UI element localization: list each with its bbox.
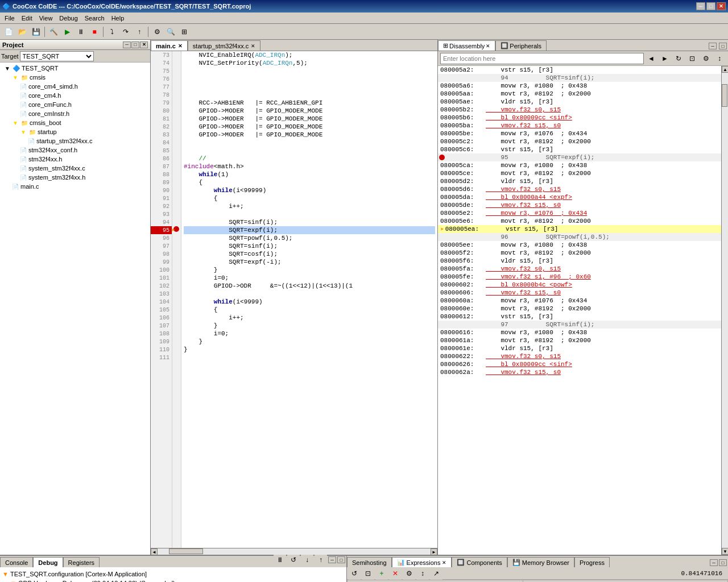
debug-btn3[interactable]: ↓ <box>301 554 313 566</box>
expr-panel-maximize[interactable]: □ <box>719 559 727 566</box>
close-button[interactable]: ✕ <box>717 2 726 10</box>
expr-btn1[interactable]: ↺ <box>348 567 361 580</box>
menu-search[interactable]: Search <box>81 14 108 23</box>
disasm-refresh-button[interactable]: ↻ <box>672 52 685 65</box>
debug-btn4[interactable]: ↑ <box>315 554 327 566</box>
tree-item-core-cminstr[interactable]: 📄 core_cmInstr.h <box>1 109 149 118</box>
location-input[interactable] <box>440 53 644 64</box>
tree-item-stm32-conf[interactable]: 📄 stm32f4xx_conf.h <box>1 146 149 155</box>
expr-btn5[interactable]: ↗ <box>430 567 442 580</box>
open-button[interactable]: 📂 <box>16 26 28 38</box>
new-button[interactable]: 📄 <box>2 26 15 38</box>
tree-item-system-h[interactable]: 📄 system_stm32f4xx.h <box>1 173 149 182</box>
tab-close-disasm[interactable]: ✕ <box>486 43 490 49</box>
tab-close-expressions[interactable]: ✕ <box>442 560 446 566</box>
tab-peripherals[interactable]: 🔲 Peripherals <box>495 40 547 51</box>
disasm-forward-button[interactable]: ► <box>659 52 671 65</box>
step-over-button[interactable]: ↷ <box>119 26 132 38</box>
tab-registers[interactable]: Registers <box>63 557 100 567</box>
debug-btn2[interactable]: ↺ <box>287 554 300 566</box>
save-button[interactable]: 💾 <box>30 26 42 38</box>
tree-item-core-cm4[interactable]: 📄 core_cm4.h <box>1 91 149 100</box>
toolbar-btn-extra2[interactable]: 🔍 <box>164 26 177 38</box>
disasm-vscrollbar[interactable]: ▲ ▼ <box>721 66 728 555</box>
tab-debug[interactable]: Debug <box>33 557 63 567</box>
tree-item-test-sqrt[interactable]: ▼ 🔷 TEST_SQRT <box>1 64 149 73</box>
toolbar-btn-extra1[interactable]: ⚙ <box>151 26 163 38</box>
tree-item-core-cmfunc[interactable]: 📄 core_cmFunc.h <box>1 100 149 109</box>
panel-close-button[interactable]: ✕ <box>140 41 148 48</box>
code-line-84 <box>184 139 435 147</box>
menu-edit[interactable]: Edit <box>18 14 36 23</box>
tab-memory-browser[interactable]: 💾 Memory Browser <box>507 557 574 567</box>
maximize-button[interactable]: □ <box>706 2 715 10</box>
toolbar-btn-extra3[interactable]: ⊞ <box>178 26 191 38</box>
expr-panel-minimize[interactable]: ─ <box>710 559 718 566</box>
step-out-button[interactable]: ↑ <box>133 26 146 38</box>
menu-debug[interactable]: Debug <box>56 14 81 23</box>
tree-item-startup[interactable]: ▼ 📁 startup <box>1 127 149 136</box>
scroll-down-button[interactable]: ▼ <box>722 548 728 555</box>
expr-btn-remove[interactable]: ✕ <box>389 567 402 580</box>
tree-item-core-cm4-simd[interactable]: 📄 core_cm4_simd.h <box>1 82 149 91</box>
tab-progress[interactable]: Progress <box>574 557 610 567</box>
tab-console[interactable]: Console <box>0 557 33 567</box>
scroll-thumb[interactable] <box>722 84 727 107</box>
line-num-90: 90 <box>151 186 172 194</box>
tab-semihosting[interactable]: Semihosting <box>347 557 392 567</box>
panel-maximize-button[interactable]: □ <box>131 41 139 48</box>
disasm-addr: 080005f6: <box>440 257 486 264</box>
disasm-content[interactable]: 080005a2: vstr s15, [r3] 94 SQRT=sinf(i)… <box>438 66 721 555</box>
expr-btn-add[interactable]: + <box>375 567 388 580</box>
target-select[interactable]: TEST_SQRT <box>20 51 94 61</box>
tree-item-system-c[interactable]: 📄 system_stm32f4xx.c <box>1 164 149 173</box>
menu-file[interactable]: File <box>1 14 18 23</box>
minimize-button[interactable]: ─ <box>696 2 705 10</box>
code-content[interactable]: NVIC_EnableIRQ(ADC_IRQn); NVIC_SetPriori… <box>181 51 437 548</box>
disasm-nav-button[interactable]: ↕ <box>713 52 726 65</box>
tree-item-cmsis[interactable]: ▼ 📁 cmsis <box>1 73 149 82</box>
disasm-settings-button[interactable]: ⚙ <box>700 52 712 65</box>
line-num-85: 85 <box>151 147 172 155</box>
tree-item-main-c[interactable]: 📄 main.c <box>1 182 149 191</box>
tab-components[interactable]: 🔲 Components <box>452 557 507 567</box>
debug-panel-maximize[interactable]: □ <box>337 556 345 563</box>
code-editor[interactable]: 73 74 75 76 77 78 79 80 81 82 83 84 85 8… <box>151 51 437 548</box>
tab-close-main-c[interactable]: ✕ <box>178 43 183 49</box>
code-line-98: SQRT=cosf(i); <box>184 250 435 258</box>
disasm-line-3: 080005a6: movw r3, #1080 ; 0x438 <box>438 82 721 90</box>
expr-btn2[interactable]: ⊡ <box>362 567 374 580</box>
tab-startup-c[interactable]: startup_stm32f4xx.c ✕ <box>188 40 260 51</box>
editor-hscrollbar[interactable]: ◄ ► <box>151 548 437 555</box>
run-button[interactable]: ▶ <box>61 26 73 38</box>
disasm-sync-button[interactable]: ⊡ <box>686 52 698 65</box>
stop-button[interactable]: ■ <box>88 26 101 38</box>
tab-main-c[interactable]: main.c ✕ <box>151 40 188 51</box>
tab-close-startup-c[interactable]: ✕ <box>251 43 255 49</box>
tree-item-startup-c[interactable]: 📄 startup_stm32f4xx.c <box>1 136 149 146</box>
scroll-left-button[interactable]: ◄ <box>151 548 158 555</box>
tree-label: core_cmInstr.h <box>28 110 69 117</box>
expr-btn4[interactable]: ↕ <box>416 567 429 580</box>
debug-panel-minimize[interactable]: ─ <box>328 556 336 563</box>
step-into-button[interactable]: ⤵ <box>106 26 118 38</box>
scroll-thumb-h[interactable] <box>169 548 203 554</box>
tree-item-stm32-h[interactable]: 📄 stm32f4xx.h <box>1 155 149 164</box>
pause-button[interactable]: ⏸ <box>75 26 87 38</box>
debug-btn1[interactable]: ⏸ <box>274 554 286 566</box>
tab-disassembly[interactable]: ⊞ Disassembly ✕ <box>438 40 495 51</box>
scroll-right-button[interactable]: ► <box>431 548 437 555</box>
tab-expressions[interactable]: 📊 Expressions ✕ <box>392 557 452 567</box>
tree-item-cmsis-boot[interactable]: ▼ 📁 cmsis_boot <box>1 118 149 127</box>
build-button[interactable]: 🔨 <box>47 26 60 38</box>
code-line-92: i++; <box>184 202 435 210</box>
disasm-instr: bl 0x80009cc <sinf> <box>486 114 719 121</box>
disasm-back-button[interactable]: ◄ <box>645 52 657 65</box>
menu-view[interactable]: View <box>36 14 56 23</box>
disasm-panel-maximize[interactable]: □ <box>719 43 727 49</box>
panel-minimize-button[interactable]: ─ <box>123 41 131 48</box>
scroll-up-button[interactable]: ▲ <box>722 66 728 73</box>
menu-help[interactable]: Help <box>108 14 128 23</box>
expr-btn3[interactable]: ⚙ <box>403 567 415 580</box>
disasm-panel-minimize[interactable]: ─ <box>709 43 717 49</box>
